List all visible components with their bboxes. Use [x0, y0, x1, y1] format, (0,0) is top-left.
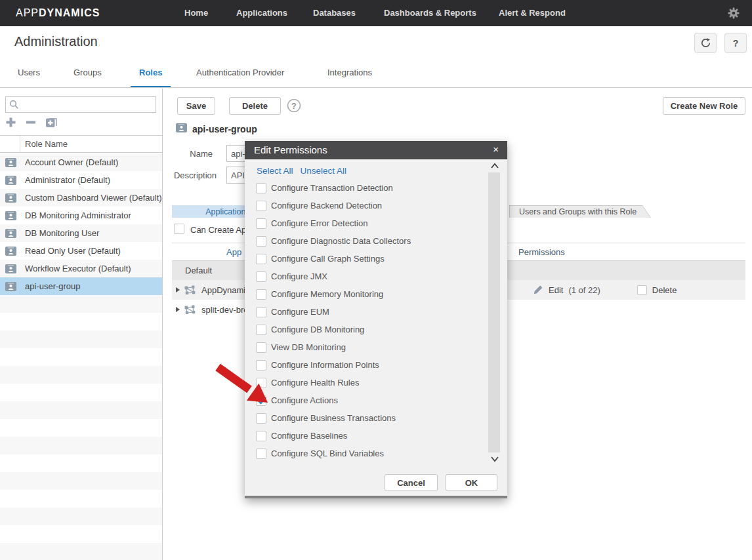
permissions-column-header: Permissions: [518, 247, 565, 257]
permission-checkbox[interactable]: [256, 395, 266, 406]
permission-checkbox[interactable]: [256, 254, 266, 264]
permission-label: Configure Error Detection: [271, 218, 367, 228]
permission-checkbox[interactable]: [256, 236, 266, 247]
role-detail-title: api-user-group: [176, 123, 257, 134]
role-search[interactable]: [5, 96, 156, 113]
permission-label: Configure EUM: [271, 307, 329, 317]
permission-label: Configure Business Transactions: [271, 413, 396, 423]
permission-checkbox[interactable]: [256, 378, 266, 388]
role-badge-icon: [5, 247, 16, 256]
role-list: Account Owner (Default) Administrator (D…: [0, 153, 162, 560]
search-input[interactable]: [22, 98, 156, 111]
tab-users[interactable]: Users: [9, 68, 49, 86]
permission-checkbox[interactable]: [256, 307, 266, 317]
ok-button[interactable]: OK: [446, 474, 497, 491]
create-new-role-button[interactable]: Create New Role: [663, 97, 745, 115]
permission-checkbox[interactable]: [256, 325, 266, 335]
cancel-button[interactable]: Cancel: [385, 474, 438, 491]
permission-checkbox[interactable]: [256, 183, 266, 193]
role-list-item[interactable]: Workflow Executor (Default): [0, 260, 162, 277]
role-badge-icon: [5, 211, 16, 220]
close-icon[interactable]: ×: [493, 144, 499, 155]
role-list-item[interactable]: Account Owner (Default): [0, 153, 162, 171]
nav-item-applications[interactable]: Applications: [236, 8, 287, 18]
remove-role-icon[interactable]: [26, 117, 36, 128]
role-badge-icon: [5, 264, 16, 273]
search-icon: [9, 100, 19, 110]
name-label: Name: [150, 149, 213, 159]
edit-permissions-modal: Edit Permissions × Select All Unselect A…: [245, 141, 507, 498]
expand-arrow-icon[interactable]: [176, 287, 180, 292]
permission-checkbox[interactable]: [256, 342, 266, 353]
expand-arrow-icon[interactable]: [176, 307, 180, 312]
can-create-checkbox[interactable]: [174, 224, 184, 234]
appdynamics-logo[interactable]: APPDYNAMICS: [16, 7, 100, 19]
role-badge-icon: [5, 282, 16, 291]
nav-item-dashboards-reports[interactable]: Dashboards & Reports: [384, 8, 476, 18]
permission-checkbox[interactable]: [256, 360, 266, 370]
role-name: Account Owner (Default): [25, 157, 118, 167]
permission-item: Configure SQL Bind Variables: [245, 445, 489, 462]
edit-permissions-link[interactable]: Edit: [549, 285, 563, 295]
edit-pencil-icon[interactable]: [533, 285, 543, 295]
tab-roles[interactable]: Roles: [131, 68, 171, 88]
roles-sidebar: Role Name Account Owner (Default): [0, 89, 163, 560]
role-name: Custom Dashboard Viewer (Default): [25, 193, 162, 203]
tab-users-groups-with-role[interactable]: Users and Groups with this Role: [509, 205, 651, 218]
permission-checkbox[interactable]: [256, 289, 266, 300]
add-role-icon[interactable]: [5, 117, 16, 128]
role-badge-icon: [5, 176, 16, 185]
permission-item: Configure Transaction Detection: [245, 179, 489, 197]
scrollbar-thumb[interactable]: [488, 172, 500, 452]
role-badge-icon: [5, 158, 16, 167]
bulk-select-links: Select All Unselect All: [257, 166, 346, 176]
permission-item: Configure Call Graph Settings: [245, 250, 489, 268]
scroll-up-icon[interactable]: [490, 162, 499, 170]
role-help-icon[interactable]: ?: [287, 98, 301, 113]
tab-users-groups-label: Users and Groups with this Role: [510, 206, 650, 218]
modal-title: Edit Permissions: [254, 144, 327, 155]
role-list-item[interactable]: DB Monitoring User: [0, 224, 162, 242]
permission-checkbox[interactable]: [256, 201, 266, 211]
modal-header[interactable]: Edit Permissions ×: [245, 141, 507, 159]
permission-label: Configure Backend Detection: [271, 201, 382, 210]
permission-checkbox[interactable]: [256, 431, 266, 441]
nav-item-home[interactable]: Home: [184, 8, 208, 18]
role-list-item[interactable]: Read Only User (Default): [0, 242, 162, 260]
delete-permission-checkbox[interactable]: [637, 285, 647, 295]
role-list-item[interactable]: Administrator (Default): [0, 171, 162, 189]
refresh-button[interactable]: [694, 33, 717, 53]
unselect-all-link[interactable]: Unselect All: [301, 166, 347, 176]
permission-checkbox[interactable]: [256, 449, 266, 459]
save-button[interactable]: Save: [177, 97, 215, 115]
tab-authentication-provider[interactable]: Authentication Provider: [188, 68, 293, 86]
select-all-link[interactable]: Select All: [257, 166, 293, 176]
permission-item: View DB Monitoring: [245, 338, 489, 356]
permission-item: Configure Business Transactions: [245, 409, 489, 427]
permission-item: Configure Memory Monitoring: [245, 285, 489, 303]
gear-icon[interactable]: [727, 7, 740, 20]
permission-checkbox[interactable]: [256, 271, 266, 282]
role-list-item[interactable]: api-user-group: [0, 277, 162, 295]
tab-integrations[interactable]: Integrations: [319, 68, 381, 86]
permission-item: Configure Baselines: [245, 427, 489, 445]
permission-label: Configure Baselines: [271, 431, 347, 441]
role-list-item[interactable]: DB Monitoring Administrator: [0, 207, 162, 224]
role-title-text: api-user-group: [192, 124, 257, 134]
copy-role-icon[interactable]: [45, 116, 58, 128]
delete-button[interactable]: Delete: [229, 97, 281, 115]
permission-item: Configure Health Rules: [245, 374, 489, 391]
nav-item-databases[interactable]: Databases: [313, 8, 356, 18]
nav-item-alert-respond[interactable]: Alert & Respond: [499, 8, 566, 18]
permission-item: Configure Information Points: [245, 356, 489, 374]
permission-count: (1 of 22): [568, 285, 600, 295]
permission-item: Configure Diagnostic Data Collectors: [245, 232, 489, 250]
permission-checkbox[interactable]: [256, 218, 266, 229]
scroll-down-icon[interactable]: [490, 455, 499, 463]
role-list-item[interactable]: Custom Dashboard Viewer (Default): [0, 189, 162, 207]
permission-checkbox[interactable]: [256, 413, 266, 424]
default-group-label: Default: [185, 266, 212, 275]
tab-groups[interactable]: Groups: [65, 68, 110, 86]
help-button[interactable]: ?: [724, 33, 747, 53]
permission-label: Configure Actions: [271, 395, 338, 405]
